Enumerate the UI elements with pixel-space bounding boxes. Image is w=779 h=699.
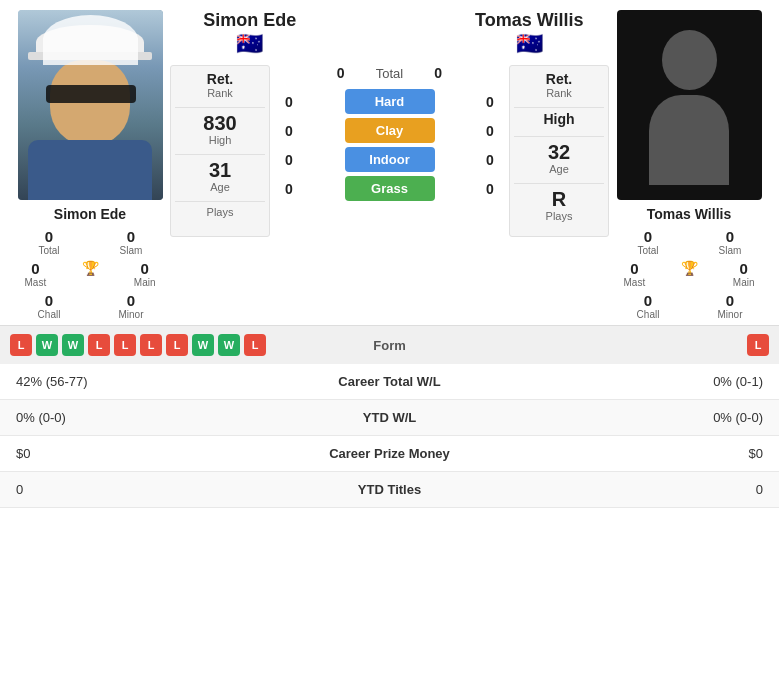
grass-left-score: 0 xyxy=(274,181,304,197)
left-age-row: 31 Age xyxy=(175,159,265,193)
stats-row-0: 42% (56-77)Career Total W/L0% (0-1) xyxy=(0,364,779,400)
form-right: L xyxy=(436,334,770,356)
right-plays-label: Plays xyxy=(546,210,573,222)
left-chall-value: 0 xyxy=(45,292,53,309)
left-minor-cell: 0 Minor xyxy=(92,292,170,320)
form-badge-left-w: W xyxy=(36,334,58,356)
stats-row-3: 0YTD Titles0 xyxy=(0,472,779,508)
left-stats-row-1: 0 Total 0 Slam xyxy=(10,228,170,256)
silhouette xyxy=(644,30,734,180)
clay-badge-wrap: Clay xyxy=(310,118,469,143)
stats-row-3-center: YTD Titles xyxy=(280,472,499,508)
hard-left-score: 0 xyxy=(274,94,304,110)
right-main-cell: 0 Main xyxy=(718,260,769,288)
clay-left-score: 0 xyxy=(274,123,304,139)
form-badge-right-l: L xyxy=(747,334,769,356)
right-trophy-cell: 🏆 xyxy=(664,260,715,288)
clay-badge: Clay xyxy=(345,118,435,143)
right-mast-value: 0 xyxy=(630,260,638,277)
left-box-divider2 xyxy=(175,154,265,155)
stats-row-1-left: 0% (0-0) xyxy=(0,400,280,436)
right-stats-row-2: 0 Mast 🏆 0 Main xyxy=(609,260,769,288)
left-main-value: 0 xyxy=(141,260,149,277)
form-section: LWWLLLLWWL Form L xyxy=(0,325,779,364)
right-chall-label: Chall xyxy=(637,309,660,320)
right-total-cell: 0 Total xyxy=(609,228,687,256)
form-badge-left-w: W xyxy=(218,334,240,356)
form-badge-left-l: L xyxy=(140,334,162,356)
hard-badge: Hard xyxy=(345,89,435,114)
center-col: Simon Ede 🇦🇺 Tomas Willis 🇦🇺 Ret. Rank xyxy=(170,10,609,320)
left-slam-label: Slam xyxy=(120,245,143,256)
form-badge-left-l: L xyxy=(88,334,110,356)
right-ret-value: Ret. xyxy=(546,72,572,87)
stats-row-2-left: $0 xyxy=(0,436,280,472)
left-mast-cell: 0 Mast xyxy=(10,260,61,288)
stats-row-1-right: 0% (0-0) xyxy=(499,400,779,436)
stats-row-1: 0% (0-0)YTD W/L0% (0-0) xyxy=(0,400,779,436)
hard-badge-wrap: Hard xyxy=(310,89,469,114)
left-mast-value: 0 xyxy=(31,260,39,277)
left-main-label: Main xyxy=(134,277,156,288)
grass-badge: Grass xyxy=(345,176,435,201)
left-slam-value: 0 xyxy=(127,228,135,245)
right-player-col: Tomas Willis 0 Total 0 Slam 0 Mast 🏆 xyxy=(609,10,769,320)
grass-row: 0 Grass 0 xyxy=(274,176,505,201)
form-center-label: Form xyxy=(350,338,430,353)
left-total-value: 0 xyxy=(45,228,53,245)
surfaces-col: 0 Total 0 0 Hard 0 0 xyxy=(274,65,505,237)
stats-row-2-center: Career Prize Money xyxy=(280,436,499,472)
right-stats-box: Ret. Rank High 32 Age R Plays xyxy=(509,65,609,237)
data-rows-area: Ret. Rank 830 High 31 Age xyxy=(170,65,609,237)
stats-row-3-right: 0 xyxy=(499,472,779,508)
stats-row-2-right: $0 xyxy=(499,436,779,472)
left-box-divider3 xyxy=(175,201,265,202)
right-total-label: Total xyxy=(637,245,658,256)
clay-row: 0 Clay 0 xyxy=(274,118,505,143)
right-age-label: Age xyxy=(549,163,569,175)
right-chall-cell: 0 Chall xyxy=(609,292,687,320)
left-main-cell: 0 Main xyxy=(119,260,170,288)
top-area: Simon Ede 0 Total 0 Slam 0 Mast 🏆 xyxy=(0,0,779,325)
silhouette-head xyxy=(662,30,717,90)
right-player-name-center: Tomas Willis xyxy=(475,10,584,31)
right-total-value: 0 xyxy=(644,228,652,245)
form-badge-left-w: W xyxy=(62,334,84,356)
right-age-value: 32 xyxy=(548,141,570,163)
right-slam-value: 0 xyxy=(726,228,734,245)
right-minor-label: Minor xyxy=(717,309,742,320)
stats-row-0-right: 0% (0-1) xyxy=(499,364,779,400)
total-label: Total xyxy=(376,66,403,81)
right-age-row: 32 Age xyxy=(514,141,604,175)
left-high-label: High xyxy=(209,134,232,146)
grass-badge-wrap: Grass xyxy=(310,176,469,201)
stats-table: 42% (56-77)Career Total W/L0% (0-1)0% (0… xyxy=(0,364,779,508)
left-chall-label: Chall xyxy=(38,309,61,320)
form-badge-left-l: L xyxy=(114,334,136,356)
total-row: 0 Total 0 xyxy=(274,65,505,81)
left-slam-cell: 0 Slam xyxy=(92,228,170,256)
indoor-badge: Indoor xyxy=(345,147,435,172)
left-player-name: Simon Ede xyxy=(54,206,126,222)
right-plays-row: R Plays xyxy=(514,188,604,222)
form-badge-left-l: L xyxy=(10,334,32,356)
right-player-name: Tomas Willis xyxy=(647,206,731,222)
grass-right-score: 0 xyxy=(475,181,505,197)
right-plays-value: R xyxy=(552,188,566,210)
left-trophy-cell: 🏆 xyxy=(65,260,116,288)
right-slam-label: Slam xyxy=(719,245,742,256)
stats-row-0-center: Career Total W/L xyxy=(280,364,499,400)
right-flag: 🇦🇺 xyxy=(516,31,543,57)
total-left-score: 0 xyxy=(326,65,356,81)
indoor-right-score: 0 xyxy=(475,152,505,168)
right-chall-value: 0 xyxy=(644,292,652,309)
silhouette-body xyxy=(649,95,729,185)
right-name-flag: Tomas Willis 🇦🇺 xyxy=(450,10,610,57)
form-badge-left-l: L xyxy=(244,334,266,356)
left-player-name-center: Simon Ede xyxy=(203,10,296,31)
right-stats-row-3: 0 Chall 0 Minor xyxy=(609,292,769,320)
indoor-left-score: 0 xyxy=(274,152,304,168)
right-mast-cell: 0 Mast xyxy=(609,260,660,288)
right-trophy-icon: 🏆 xyxy=(681,260,698,276)
right-box-divider1 xyxy=(514,107,604,108)
